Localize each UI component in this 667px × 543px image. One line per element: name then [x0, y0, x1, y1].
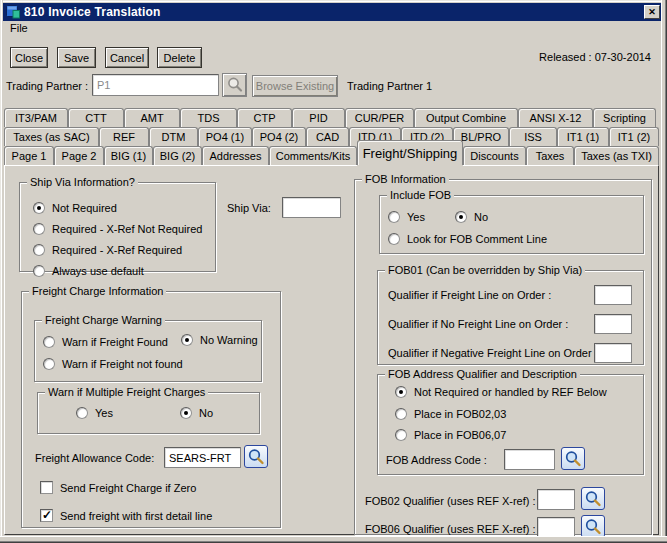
fob01-field3-label: Qualifier if Negative Freight Line on Or… — [388, 347, 592, 359]
cancel-button[interactable]: Cancel — [105, 47, 149, 68]
freight-allowance-search-button[interactable] — [244, 445, 268, 468]
fob01-field3-input[interactable] — [594, 343, 632, 363]
dialog-810-invoice-translation: 810 Invoice Translation ✕ File Close Sav… — [0, 0, 667, 543]
menu-file[interactable]: File — [4, 20, 34, 36]
close-icon[interactable]: ✕ — [644, 5, 660, 19]
radio-label: Not Required or handled by REF Below — [414, 386, 607, 398]
delete-button[interactable]: Delete — [157, 47, 202, 68]
tab-ctp[interactable]: CTP — [237, 108, 292, 127]
radio-required-xref-required[interactable]: Required - X-Ref Required — [33, 242, 215, 258]
tab-ref[interactable]: REF — [99, 127, 149, 146]
freight-charge-warning-group: Freight Charge Warning Warn if Freight F… — [34, 320, 262, 382]
radio-not-required-ref-below[interactable]: Not Required or handled by REF Below — [395, 386, 607, 398]
fob-address-code-label: FOB Address Code : — [386, 454, 487, 466]
tab-ctt[interactable]: CTT — [68, 108, 124, 127]
include-fob-group: Include FOB Yes No Look for FOB Comment … — [379, 195, 644, 254]
radio-multiple-no[interactable]: No — [180, 407, 213, 419]
radio-look-for-fob-comment[interactable]: Look for FOB Comment Line — [388, 233, 547, 245]
radio-not-required[interactable]: Not Required — [33, 200, 215, 216]
fob-address-qualifier-group: FOB Address Qualifier and Description No… — [377, 374, 644, 475]
tab-output-combine[interactable]: Output Combine — [414, 108, 518, 127]
fob01-field1-label: Qualifier if Freight Line on Order : — [388, 289, 551, 301]
fob02-search-button[interactable] — [581, 487, 605, 510]
tab-big-1[interactable]: BIG (1) — [104, 146, 153, 165]
title-bar: 810 Invoice Translation ✕ — [3, 3, 664, 21]
radio-icon — [43, 358, 55, 370]
freight-shipping-panel: Ship Via Information? Not Required Requi… — [4, 165, 659, 535]
tab-addresses[interactable]: Addresses — [202, 146, 269, 165]
tab-tds[interactable]: TDS — [180, 108, 237, 127]
tab-freight-shipping[interactable]: Freight/Shipping — [357, 140, 463, 165]
checkbox-send-freight-if-zero[interactable]: Send Freight Charge if Zero — [40, 481, 196, 494]
radio-icon — [395, 386, 407, 398]
fob01-field1-input[interactable] — [594, 285, 632, 305]
window-frame-left — [0, 0, 3, 543]
multiple-freight-charges-group: Warn if Multiple Freight Charges Yes No — [37, 392, 260, 434]
tab-it1-2[interactable]: IT1 (2) — [609, 127, 659, 146]
ship-via-input[interactable] — [282, 197, 341, 218]
radio-warn-if-freight-found[interactable]: Warn if Freight Found — [43, 336, 168, 348]
fob02-qualifier-input[interactable] — [537, 489, 575, 510]
freight-charge-information-group: Freight Charge Information Freight Charg… — [21, 291, 281, 528]
radio-multiple-yes[interactable]: Yes — [76, 407, 113, 419]
tab-taxes-as-txi[interactable]: Taxes (as TXI) — [574, 146, 659, 165]
tab-comments-kits[interactable]: Comments/Kits — [269, 146, 357, 165]
radio-include-fob-no[interactable]: No — [455, 211, 488, 223]
radio-no-warning[interactable]: No Warning — [181, 334, 258, 346]
include-fob-title: Include FOB — [387, 189, 454, 201]
radio-place-in-fob06-07[interactable]: Place in FOB06,07 — [395, 429, 506, 441]
trading-partner-input[interactable] — [92, 74, 219, 96]
trading-partner-label: Trading Partner : — [6, 80, 88, 92]
radio-always-use-default[interactable]: Always use default — [33, 263, 215, 279]
checkbox-send-freight-first-detail[interactable]: Send freight with first detail line — [40, 509, 212, 522]
radio-warn-if-freight-not-found[interactable]: Warn if Freight not found — [43, 358, 183, 370]
radio-label: Required - X-Ref Not Required — [52, 223, 202, 235]
tab-taxes[interactable]: Taxes — [526, 146, 574, 165]
multiple-group-title: Warn if Multiple Freight Charges — [45, 386, 208, 398]
ship-via-field-label: Ship Via: — [227, 202, 271, 214]
fob-address-code-input[interactable] — [504, 449, 555, 470]
trading-partner-search-button[interactable] — [222, 73, 247, 97]
ship-via-group-title: Ship Via Information? — [27, 176, 138, 188]
search-icon — [226, 76, 244, 94]
radio-required-xref-not-required[interactable]: Required - X-Ref Not Required — [33, 221, 215, 237]
fob02-qualifier-label: FOB02 Qualifier (uses REF X-ref) : — [365, 495, 536, 507]
fob06-search-button[interactable] — [581, 515, 605, 538]
save-button[interactable]: Save — [57, 47, 96, 68]
released-date-label: Released : 07-30-2014 — [539, 51, 651, 63]
tab-it3-pam[interactable]: IT3/PAM — [4, 108, 68, 127]
tab-big-2[interactable]: BIG (2) — [153, 146, 202, 165]
tab-page-2[interactable]: Page 2 — [54, 146, 104, 165]
tab-discounts[interactable]: Discounts — [463, 146, 526, 165]
tab-ansi-x12[interactable]: ANSI X-12 — [518, 108, 593, 127]
fob06-qualifier-input[interactable] — [537, 517, 575, 538]
checkbox-label: Send freight with first detail line — [60, 510, 212, 522]
browse-existing-button[interactable]: Browse Existing — [252, 75, 338, 97]
tab-pid[interactable]: PID — [292, 108, 345, 127]
freight-allowance-input[interactable] — [164, 447, 241, 468]
tab-amt[interactable]: AMT — [124, 108, 180, 127]
radio-label: Warn if Freight not found — [62, 358, 183, 370]
radio-label: Not Required — [52, 202, 117, 214]
tab-po4-2[interactable]: PO4 (2) — [252, 127, 306, 146]
radio-icon — [76, 407, 88, 419]
tab-iss[interactable]: ISS — [509, 127, 557, 146]
tab-dtm[interactable]: DTM — [149, 127, 198, 146]
tab-po4-1[interactable]: PO4 (1) — [198, 127, 252, 146]
tab-cur-per[interactable]: CUR/PER — [345, 108, 414, 127]
radio-icon — [388, 233, 400, 245]
tab-cad[interactable]: CAD — [306, 127, 349, 146]
tab-scripting[interactable]: Scripting — [593, 108, 656, 127]
fob01-field2-input[interactable] — [594, 314, 632, 334]
fob01-title: FOB01 (Can be overridden by Ship Via) — [385, 264, 585, 276]
radio-place-in-fob02-03[interactable]: Place in FOB02,03 — [395, 408, 506, 420]
freight-group-title: Freight Charge Information — [29, 285, 166, 297]
radio-icon — [180, 407, 192, 419]
radio-include-fob-yes[interactable]: Yes — [388, 211, 425, 223]
close-button[interactable]: Close — [10, 47, 48, 68]
fob-address-code-search-button[interactable] — [561, 447, 585, 470]
tab-it1-1[interactable]: IT1 (1) — [557, 127, 609, 146]
fob06-qualifier-label: FOB06 Qualifier (uses REF X-ref) : — [365, 523, 536, 535]
tab-taxes-as-sac[interactable]: Taxes (as SAC) — [4, 127, 99, 146]
tab-page-1[interactable]: Page 1 — [4, 146, 54, 165]
